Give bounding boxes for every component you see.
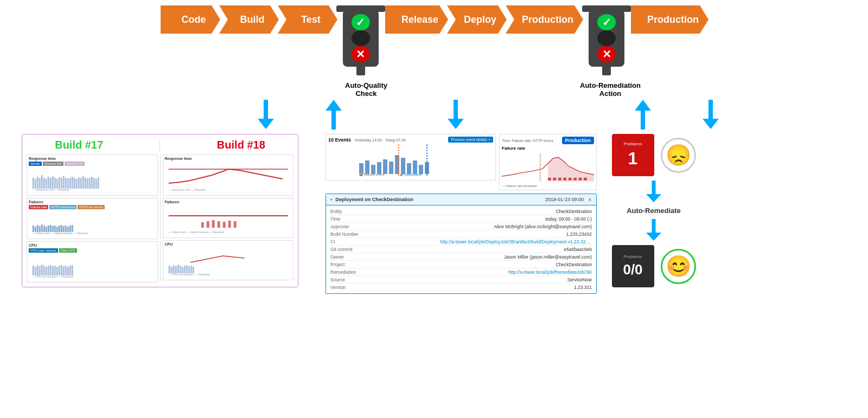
svg-rect-37 [89,178,91,189]
svg-rect-14 [39,178,41,189]
svg-rect-94 [168,266,170,273]
step-release: Release [385,5,448,34]
events-date: Yesterday 14:00 - Today 07:28 [354,138,406,142]
failure-rate-panel: Time Failure rate HTTP errors Production… [499,134,597,190]
svg-rect-24 [61,178,62,189]
tl2-amber-light [597,30,616,47]
problem-card-1-number: 1 [628,149,638,169]
tl2-label: Auto-Remediation Action [572,81,648,98]
arrow-down-remediate [643,181,665,202]
svg-rect-116 [413,160,417,174]
chart-cpu-17: CPU CPU user request Total CPU [27,241,158,282]
deployment-row: CIhttp://a-tower.local/job/DeployJob/38/… [330,238,592,246]
problem-card-2-fraction: 0/0 [623,261,642,278]
svg-rect-99 [179,266,181,273]
deployment-row: OwnerJason Miller (jason.miller@easytrav… [330,253,592,261]
deployment-date: 2018-01-23 09:00 [545,197,584,202]
chart-svg-fail18: — Failure rate — Failed requests — Reque… [165,209,292,234]
step-build: Build [219,5,279,34]
far-right-steps: Production [631,5,707,34]
arrow-down-1 [252,100,279,130]
arrow-up-2 [629,100,656,130]
svg-rect-115 [407,163,411,174]
svg-rect-18 [48,177,49,189]
svg-rect-12 [35,179,36,189]
svg-rect-35 [85,178,86,189]
chart-svg-cpu18: — CPU consumption — Requests [165,252,292,276]
deployment-row: EntityCheckDestination [330,208,592,215]
chart-response-time-17: Response time Slower Slowest 5% Slowest … [27,155,158,196]
svg-rect-63 [33,266,34,275]
svg-rect-34 [82,176,84,189]
tl1-label: Auto-Quality Check [339,81,393,98]
step-production-1: Production [506,5,583,34]
svg-text:— Response time  — Requests: — Response time — Requests [168,188,206,191]
build18-label: Build #18 [217,139,265,151]
tl2-green-light: ✓ [597,14,616,30]
svg-rect-36 [87,178,88,189]
deployment-row: ProjectCheckDestination [330,261,592,268]
svg-rect-38 [91,177,93,189]
svg-rect-73 [54,266,56,275]
chart-svg-rt17: — Response time — Requests [29,167,156,191]
svg-rect-79 [67,267,69,275]
svg-rect-65 [37,265,39,275]
svg-rect-26 [65,178,67,189]
build17-label: Build #17 [55,139,103,151]
svg-rect-40 [95,179,97,189]
svg-rect-86 [201,222,203,228]
svg-rect-33 [80,178,82,189]
svg-rect-67 [41,265,43,275]
svg-rect-128 [563,178,566,181]
events-count: 10 Events [328,137,351,143]
svg-marker-7 [635,100,651,111]
svg-rect-76 [61,265,62,275]
svg-rect-80 [69,266,71,275]
arrow-down-2 [442,100,469,130]
sad-face-icon: 😞 [661,138,696,173]
deployment-row: Git commite5a6baac9eb [330,246,592,253]
tl1-x-icon: ✕ [356,48,365,61]
step-deploy: Deploy [447,5,507,34]
svg-rect-130 [573,178,577,181]
svg-rect-90 [222,222,225,228]
svg-rect-20 [52,176,54,189]
deployment-detail-header: ▪ Deployment on CheckDestination 2018-01… [326,194,596,205]
svg-rect-30 [74,178,75,189]
arrow-down-3 [697,100,724,130]
tl1-amber-light [352,30,370,47]
svg-rect-104 [190,266,192,273]
svg-rect-75 [59,266,60,275]
tl1-check-icon: ✓ [356,16,365,29]
traffic-light-1: ✓ ✕ [336,5,385,75]
step-code: Code [161,5,220,34]
chart-svg-rt18: — Response time — Requests [165,167,292,191]
svg-rect-87 [206,221,209,228]
build-comparison-panel: Build #17 Build #18 Response time Slower… [22,134,298,287]
svg-rect-91 [228,221,231,228]
svg-rect-21 [54,178,56,189]
middle-steps: Release Deploy Production [385,5,582,34]
svg-marker-2 [258,119,274,129]
step-production-2: Production [631,5,709,34]
chart-failures-18: Failures x — [163,198,294,238]
svg-rect-41 [98,177,99,189]
svg-text:— CPU consumption  — Requests: — CPU consumption — Requests [168,273,209,276]
problem-card-1-label: Problems [624,142,642,146]
svg-rect-64 [35,267,36,275]
svg-rect-74 [56,267,58,275]
svg-rect-69 [46,267,47,275]
process-event-details-btn[interactable]: Process event details > [448,137,493,143]
svg-rect-111 [383,159,387,174]
svg-rect-101 [183,266,185,273]
tl1-red-light: ✕ [352,46,370,62]
svg-rect-89 [217,221,220,228]
chart-failures-17: Failures Failure rate HTTP 4xx errors HT… [27,198,158,239]
arrow-up-1 [320,100,347,130]
build18-charts: Response time x — Response time — Reques… [163,155,294,282]
svg-rect-78 [65,266,67,275]
deployment-title: Deployment on CheckDestination [335,197,413,202]
remediation-panel: Problems 1 😞 Auto-Remediate Problems [605,134,703,287]
pipeline-row: Code Build Test ✓ ✕ Release Deploy Produ… [22,5,846,75]
svg-rect-102 [186,265,187,273]
